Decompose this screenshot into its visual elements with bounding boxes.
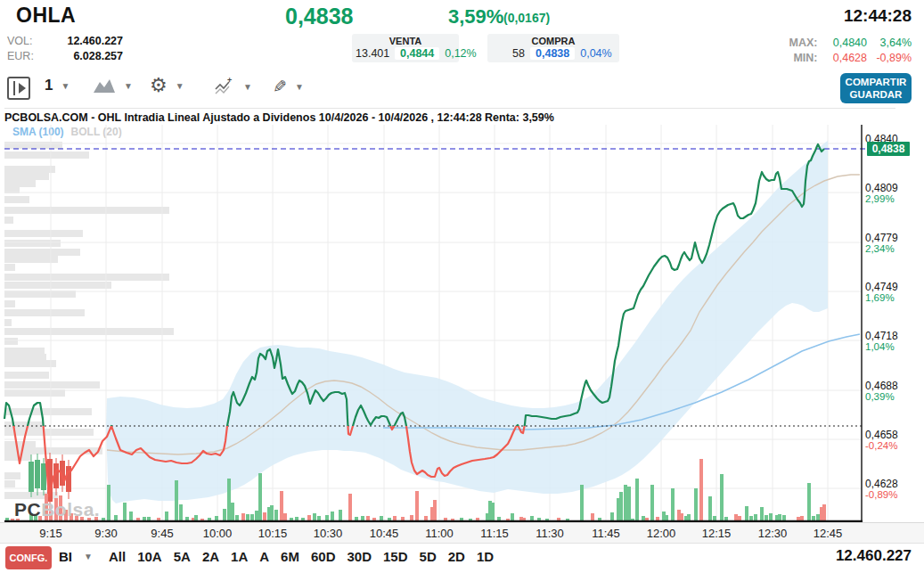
price-chart-canvas[interactable] — [0, 125, 924, 522]
volume-profile-bar — [4, 408, 92, 415]
last-price-tag: 0,4838 — [867, 142, 910, 156]
range-button-2d[interactable]: 2D — [448, 549, 465, 564]
candle-body — [41, 463, 46, 490]
volume-bar — [631, 519, 634, 520]
volume-bar — [598, 518, 601, 520]
volume-bar — [627, 487, 631, 520]
x-axis-time-label: 12:45 — [814, 527, 843, 540]
range-button-2a[interactable]: 2A — [202, 549, 219, 564]
volume-bar — [415, 491, 419, 520]
change-percent: 3,59% — [448, 5, 503, 29]
volume-bar — [665, 515, 668, 520]
min-row: MIN: 0,4628-0,89% — [789, 51, 912, 66]
volume-bar — [366, 516, 370, 520]
volume-bar — [444, 518, 447, 520]
volume-bar — [451, 519, 454, 520]
last-price: 0,4838 — [285, 4, 353, 29]
add-indicator-icon: + — [214, 77, 235, 96]
volume-bar — [241, 513, 245, 520]
chevron-down-icon[interactable]: ▼ — [295, 82, 304, 92]
y-axis-price-label: 0,4749 — [865, 282, 898, 292]
volume-bar — [227, 479, 231, 520]
x-axis-time-label: 10:00 — [203, 527, 233, 540]
volume-bar — [290, 518, 293, 520]
bid-percent: 0,04% — [580, 47, 611, 60]
volume-bar — [295, 517, 298, 520]
volume-bar — [208, 518, 211, 520]
volume-bar — [317, 516, 321, 520]
volume-bar — [699, 459, 703, 520]
volume-bar — [822, 504, 826, 520]
range-button-15d[interactable]: 15D — [383, 549, 408, 564]
range-button-30d[interactable]: 30D — [347, 549, 372, 564]
y-axis-percent-label: -0,89% — [865, 489, 897, 500]
volume-profile-bar — [4, 249, 80, 256]
config-button[interactable]: CONFG. — [5, 546, 52, 569]
volume-bar — [656, 517, 659, 520]
svg-text:+: + — [227, 77, 232, 85]
range-button-10a[interactable]: 10A — [137, 549, 162, 564]
range-button-5a[interactable]: 5A — [174, 549, 191, 564]
drawing-tools-menu[interactable]: ✎▼ — [273, 77, 304, 97]
volume-bar — [642, 516, 645, 520]
range-button-1d[interactable]: 1D — [477, 549, 494, 564]
range-button-5d[interactable]: 5D — [420, 549, 437, 564]
chart-type-selector[interactable]: ▼ — [93, 77, 133, 94]
volume-profile-bar — [4, 328, 174, 335]
x-axis-time-label: 10:30 — [314, 527, 343, 540]
chevron-down-icon[interactable]: ▼ — [84, 552, 93, 561]
y-axis-price-label: 0,4779 — [865, 233, 898, 243]
volume-bar — [635, 479, 639, 520]
panel-toggle-button[interactable] — [7, 77, 30, 100]
volume-bar — [522, 518, 526, 520]
range-button-a[interactable]: A — [259, 549, 269, 564]
chevron-down-icon[interactable]: ▼ — [61, 81, 70, 91]
volume-profile-bar — [4, 472, 20, 479]
volume-profile-bar — [4, 309, 85, 316]
share-save-button[interactable]: COMPARTIR GUARDAR — [840, 73, 912, 103]
range-button-6m[interactable]: 6M — [281, 549, 299, 564]
y-axis-percent-label: 1,04% — [865, 341, 895, 352]
volume-bar — [580, 485, 584, 520]
interval-selector[interactable]: 1▼ — [45, 77, 70, 94]
max-row: MAX: 0,48403,64% — [789, 36, 912, 51]
volume-bar — [537, 518, 541, 520]
volume-bar — [313, 513, 316, 520]
y-axis-price-label: 0,4628 — [865, 479, 898, 489]
y-axis-percent-label: 0,39% — [865, 391, 895, 402]
range-button-60d[interactable]: 60D — [311, 549, 336, 564]
volume-bar — [812, 516, 815, 520]
volume-profile-bar — [4, 372, 49, 379]
volume-bar — [200, 519, 204, 520]
change-absolute: (0,0167) — [503, 11, 550, 25]
pcbolsa-watermark: PCBolsa. — [14, 499, 100, 520]
volume-bar — [246, 514, 249, 520]
range-button-1a[interactable]: 1A — [231, 549, 248, 564]
volume-profile-bar — [4, 180, 36, 187]
symbol-title: OHLA — [16, 4, 76, 28]
volume-bar — [713, 516, 716, 520]
volume-profile-bar — [4, 240, 61, 247]
volume-bar — [610, 512, 614, 520]
chevron-down-icon[interactable]: ▼ — [176, 81, 184, 91]
ask-box: VENTA 13.401 0,4844 0,12% — [352, 34, 459, 62]
bottom-toolbar: CONFG. BI ▼ All10A5A2A1AA6M60D30D15D5D2D… — [0, 544, 924, 573]
session-clock: 12:44:28 — [844, 6, 912, 26]
ask-price: 0,4844 — [395, 47, 439, 60]
chevron-down-icon[interactable]: ▼ — [124, 81, 133, 91]
volume-bar — [123, 503, 127, 520]
volume-bar — [778, 514, 781, 520]
settings-menu[interactable]: ⚙▼ — [150, 77, 184, 94]
volume-bar — [530, 516, 534, 520]
max-percent: 3,64% — [867, 36, 912, 51]
indicators-menu[interactable]: + ▼ — [214, 77, 252, 96]
volume-bar — [223, 509, 226, 520]
volume-profile-bar — [4, 354, 46, 361]
volume-bar — [165, 512, 168, 520]
range-button-all[interactable]: All — [109, 549, 126, 564]
volume-bar — [506, 519, 510, 520]
chevron-down-icon[interactable]: ▼ — [243, 82, 252, 92]
volume-bar — [5, 518, 9, 520]
index-selector[interactable]: BI — [59, 549, 72, 564]
volume-bar — [694, 488, 698, 520]
